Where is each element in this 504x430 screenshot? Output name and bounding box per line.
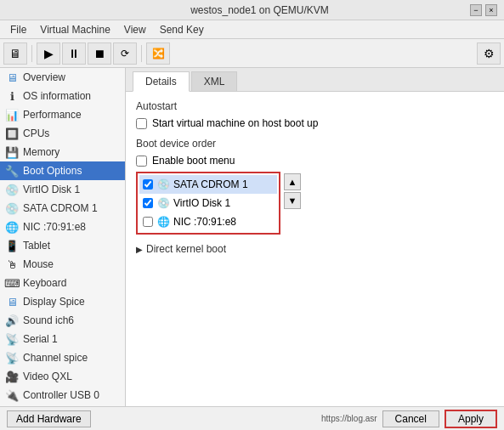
sidebar-label-channel-spice: Channel spice [23,352,88,364]
boot-order-arrows: ▲ ▼ [284,172,301,235]
boot-item-disk-label: VirtIO Disk 1 [173,197,230,209]
toolbar-sep2 [141,45,142,62]
bottombar-right: https://blog.asr Cancel Apply [321,410,497,428]
sidebar-item-video-qxl[interactable]: 🎥 Video QXL [0,367,125,386]
boot-item-cdrom-checkbox[interactable] [143,179,153,190]
sata-cdrom1-icon: 💿 [5,201,19,215]
sidebar-item-performance[interactable]: 📊 Performance [0,105,125,124]
tab-xml[interactable]: XML [191,71,238,91]
memory-icon: 💾 [5,145,19,159]
sidebar-item-keyboard[interactable]: ⌨ Keyboard [0,274,125,292]
sidebar-item-display-spice[interactable]: 🖥 Display Spice [0,292,125,311]
channel-spice-icon: 📡 [5,351,19,365]
sidebar-label-overview: Overview [23,71,65,83]
sidebar-item-virtio-disk1[interactable]: 💿 VirtIO Disk 1 [0,180,125,199]
tab-details[interactable]: Details [133,71,190,92]
autostart-checkbox-row: Start virtual machine on host boot up [136,117,494,129]
toolbar-play-btn[interactable]: ▶ [37,42,60,65]
toolbar-migrate-btn[interactable]: 🔀 [146,42,170,65]
sidebar-item-cpus[interactable]: 🔲 CPUs [0,124,125,143]
boot-order-section-label: Boot device order [136,138,494,150]
boot-item-nic-checkbox[interactable] [143,217,153,227]
titlebar: westos_node1 on QEMU/KVM − × [0,0,504,20]
mouse-icon: 🖱 [5,257,19,271]
direct-kernel-boot-label: Direct kernel boot [146,243,226,255]
sidebar-item-boot-options[interactable]: 🔧 Boot Options [0,161,125,180]
os-info-icon: ℹ [5,89,19,103]
autostart-checkbox-label: Start virtual machine on host boot up [152,117,318,129]
titlebar-title: westos_node1 on QEMU/KVM [49,4,470,16]
boot-item-disk-checkbox[interactable] [143,198,153,208]
titlebar-controls: − × [470,4,497,16]
boot-order-down-button[interactable]: ▼ [284,192,301,209]
boot-item-cdrom-label: SATA CDROM 1 [173,178,248,190]
sidebar-label-tablet: Tablet [23,240,50,252]
toolbar-settings-btn[interactable]: ⚙ [477,42,501,65]
menu-file[interactable]: File [3,22,33,37]
content-area: Details XML Autostart Start virtual mach… [126,68,504,406]
sidebar-label-serial1: Serial 1 [23,333,58,345]
sidebar-item-memory[interactable]: 💾 Memory [0,143,125,161]
toolbar-monitor-btn[interactable]: 🖥 [3,42,27,65]
boot-order-container: 💿 SATA CDROM 1 💿 VirtIO Disk 1 🌐 NIC :70… [136,172,494,235]
tab-content-details: Autostart Start virtual machine on host … [126,92,504,406]
cancel-button[interactable]: Cancel [382,410,439,427]
minimize-button[interactable]: − [470,4,482,16]
boot-options-icon: 🔧 [5,164,19,178]
sidebar-label-memory: Memory [23,146,59,158]
controller-usb0-icon: 🔌 [5,388,19,402]
boot-item-virtio-disk1[interactable]: 💿 VirtIO Disk 1 [139,194,277,212]
sidebar-label-mouse: Mouse [23,258,54,270]
sidebar-item-controller-pci0[interactable]: 🔌 Controller PCI 0 [0,405,125,406]
autostart-section-label: Autostart [136,100,494,112]
sidebar-item-tablet[interactable]: 📱 Tablet [0,236,125,255]
sidebar-item-controller-usb0[interactable]: 🔌 Controller USB 0 [0,386,125,405]
sidebar-label-controller-usb0: Controller USB 0 [23,389,99,401]
enable-boot-menu-checkbox[interactable] [136,156,147,167]
sidebar-item-serial1[interactable]: 📡 Serial 1 [0,330,125,348]
menu-view[interactable]: View [117,22,153,37]
toolbar-stop-btn[interactable]: ⏹ [88,42,111,65]
boot-item-cdrom-icon: 💿 [156,178,170,191]
direct-kernel-boot-triangle: ▶ [136,245,143,254]
overview-icon: 🖥 [5,71,19,84]
toolbar-pause-btn[interactable]: ⏸ [62,42,86,65]
enable-boot-menu-label: Enable boot menu [152,155,235,167]
sidebar-label-video-qxl: Video QXL [23,371,72,382]
tab-bar: Details XML [126,68,504,92]
sound-ich6-icon: 🔊 [5,314,19,327]
sidebar-item-mouse[interactable]: 🖱 Mouse [0,255,125,274]
sidebar-item-sound-ich6[interactable]: 🔊 Sound ich6 [0,311,125,330]
add-hardware-button[interactable]: Add Hardware [7,410,91,427]
sidebar-item-sata-cdrom1[interactable]: 💿 SATA CDROM 1 [0,199,125,218]
toolbar: 🖥 ▶ ⏸ ⏹ ⟳ 🔀 ⚙ [0,39,504,68]
toolbar-restart-btn[interactable]: ⟳ [113,42,137,65]
performance-icon: 📊 [5,108,19,122]
keyboard-icon: ⌨ [5,276,19,290]
sidebar-item-os-info[interactable]: ℹ OS information [0,87,125,105]
sidebar-item-channel-spice[interactable]: 📡 Channel spice [0,348,125,367]
boot-item-disk-icon: 💿 [156,196,170,210]
boot-item-nic[interactable]: 🌐 NIC :70:91:e8 [139,212,277,231]
serial1-icon: 📡 [5,332,19,346]
tablet-icon: 📱 [5,239,19,252]
sidebar-label-sata-cdrom1: SATA CDROM 1 [23,202,98,214]
boot-item-sata-cdrom1[interactable]: 💿 SATA CDROM 1 [139,175,277,194]
autostart-checkbox[interactable] [136,118,147,129]
sidebar-item-nic[interactable]: 🌐 NIC :70:91:e8 [0,218,125,236]
direct-kernel-boot-section[interactable]: ▶ Direct kernel boot [136,243,494,255]
menu-send-key[interactable]: Send Key [153,22,211,37]
sidebar-item-overview[interactable]: 🖥 Overview [0,68,125,87]
enable-boot-menu-row: Enable boot menu [136,155,494,167]
nic-icon: 🌐 [5,220,19,234]
video-qxl-icon: 🎥 [5,370,19,383]
boot-order-up-button[interactable]: ▲ [284,173,301,190]
menu-virtual-machine[interactable]: Virtual Machine [33,22,117,37]
sidebar-label-virtio-disk1: VirtIO Disk 1 [23,184,80,195]
boot-item-nic-icon: 🌐 [156,215,170,229]
close-button[interactable]: × [485,4,497,16]
apply-button[interactable]: Apply [445,410,497,428]
bottombar: Add Hardware https://blog.asr Cancel App… [0,406,504,430]
virtio-disk1-icon: 💿 [5,183,19,196]
sidebar: 🖥 Overview ℹ OS information 📊 Performanc… [0,68,126,406]
